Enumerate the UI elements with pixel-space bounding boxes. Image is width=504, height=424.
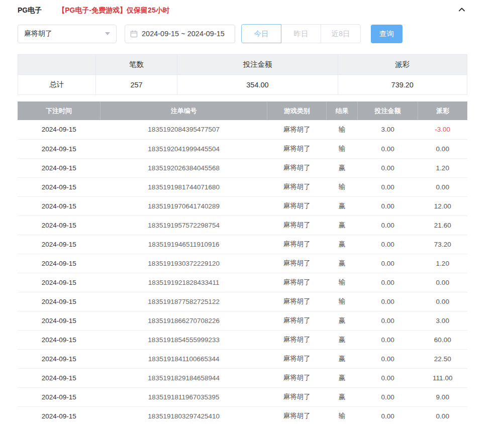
order-id-cell: 1835191811967035395 (100, 387, 267, 406)
game-select-value: 麻将胡了 (24, 29, 52, 38)
bet-amount-cell: 0.00 (358, 349, 418, 368)
query-button[interactable]: 查询 (371, 25, 402, 43)
bet-amount-cell: 0.00 (358, 292, 418, 311)
game-type-cell: 麻将胡了 (267, 311, 327, 330)
quick-btn-yesterday[interactable]: 昨日 (281, 24, 321, 43)
result-cell: 赢 (327, 216, 358, 235)
payout-cell: 1.20 (418, 158, 467, 177)
bet-amount-cell: 0.00 (358, 273, 418, 292)
order-id-cell: 1835191854555999233 (100, 330, 267, 349)
game-type-cell: 麻将胡了 (267, 139, 327, 158)
result-cell: 赢 (327, 235, 358, 254)
bet-amount-cell: 0.00 (358, 330, 418, 349)
bet-amount-cell: 3.00 (358, 120, 418, 139)
result-cell: 赢 (327, 196, 358, 216)
payout-cell: 60.00 (418, 330, 467, 349)
panel-header: PG电子 【PG电子-免费游戏】仅保留25小时 (18, 4, 467, 17)
order-id-cell: 1835192084395477507 (100, 120, 267, 139)
bet-amount-cell: 0.00 (358, 387, 418, 406)
game-type-cell: 麻将胡了 (267, 120, 327, 139)
header-result: 结果 (327, 101, 358, 120)
bet-date-cell: 2024-09-15 (18, 349, 100, 368)
result-cell: 赢 (327, 387, 358, 406)
result-cell: 输 (327, 177, 358, 196)
bet-table: 下注时间 注单编号 游戏类别 结果 投注金额 派彩 2024-09-15 183… (18, 101, 467, 424)
payout-cell: 0.00 (418, 139, 467, 158)
order-id-cell: 1835191930372229120 (100, 254, 267, 273)
game-type-cell: 麻将胡了 (267, 406, 327, 424)
chevron-down-icon (105, 32, 110, 35)
table-row: 2024-09-15 1835192026384045568 麻将胡了 赢 0.… (18, 158, 467, 177)
bet-amount-cell: 0.00 (358, 406, 418, 424)
table-row: 2024-09-15 1835191854555999233 麻将胡了 赢 0.… (18, 330, 467, 349)
payout-cell: 0.00 (418, 292, 467, 311)
date-range-input[interactable]: 2024-09-15 ~ 2024-09-15 (125, 25, 235, 43)
title-group: PG电子 【PG电子-免费游戏】仅保留25小时 (18, 6, 170, 15)
bet-date-cell: 2024-09-15 (18, 235, 100, 254)
header-payout: 派彩 (418, 101, 467, 120)
payout-cell: 0.00 (418, 177, 467, 196)
bet-amount-cell: 0.00 (358, 158, 418, 177)
bet-amount-cell: 0.00 (358, 177, 418, 196)
table-row: 2024-09-15 1835191841100665344 麻将胡了 赢 0.… (18, 349, 467, 368)
payout-cell: 111.00 (418, 368, 467, 387)
order-id-cell: 1835191946511910916 (100, 235, 267, 254)
header-game-type: 游戏类别 (267, 101, 327, 120)
order-id-cell: 1835192041999445504 (100, 139, 267, 158)
quick-btn-today[interactable]: 今日 (241, 24, 281, 43)
payout-cell: -3.00 (418, 120, 467, 139)
order-id-cell: 1835191866270708226 (100, 311, 267, 330)
summary-table: 笔数 投注金额 派彩 总计 257 354.00 739.20 (18, 54, 467, 95)
table-row: 2024-09-15 1835191946511910916 麻将胡了 赢 0.… (18, 235, 467, 254)
order-id-cell: 1835191803297425410 (100, 406, 267, 424)
bet-amount-cell: 0.00 (358, 139, 418, 158)
collapse-panel-button[interactable] (456, 4, 467, 17)
game-type-cell: 麻将胡了 (267, 349, 327, 368)
game-type-cell: 麻将胡了 (267, 273, 327, 292)
payout-cell: 21.60 (418, 216, 467, 235)
summary-count-value: 257 (95, 75, 177, 95)
order-id-cell: 1835191981744071680 (100, 177, 267, 196)
summary-bet-amount-value: 354.00 (177, 75, 338, 95)
bet-amount-cell: 0.00 (358, 235, 418, 254)
table-row: 2024-09-15 1835191877582725122 麻将胡了 输 0.… (18, 292, 467, 311)
bet-amount-cell: 0.00 (358, 311, 418, 330)
quick-btn-last8days[interactable]: 近8日 (321, 24, 361, 43)
result-cell: 赢 (327, 158, 358, 177)
game-type-cell: 麻将胡了 (267, 368, 327, 387)
game-type-cell: 麻将胡了 (267, 235, 327, 254)
table-row: 2024-09-15 1835191811967035395 麻将胡了 赢 0.… (18, 387, 467, 406)
payout-cell: 22.50 (418, 349, 467, 368)
payout-cell: 73.20 (418, 235, 467, 254)
bet-amount-cell: 0.00 (358, 196, 418, 216)
game-select[interactable]: 麻将胡了 (18, 25, 117, 43)
bet-table-body: 2024-09-15 1835192084395477507 麻将胡了 输 3.… (18, 120, 467, 424)
order-id-cell: 1835191970641740289 (100, 196, 267, 216)
game-type-cell: 麻将胡了 (267, 196, 327, 216)
result-cell: 赢 (327, 349, 358, 368)
chevron-up-icon (457, 5, 466, 16)
bet-date-cell: 2024-09-15 (18, 158, 100, 177)
table-row: 2024-09-15 1835191981744071680 麻将胡了 输 0.… (18, 177, 467, 196)
result-cell: 赢 (327, 311, 358, 330)
header-bet-amount: 投注金额 (358, 101, 418, 120)
table-row: 2024-09-15 1835192041999445504 麻将胡了 输 0.… (18, 139, 467, 158)
bet-date-cell: 2024-09-15 (18, 139, 100, 158)
game-type-cell: 麻将胡了 (267, 292, 327, 311)
result-cell: 赢 (327, 368, 358, 387)
summary-total-row: 总计 257 354.00 739.20 (18, 75, 467, 95)
order-id-cell: 1835191921828433411 (100, 273, 267, 292)
table-row: 2024-09-15 1835191930372229120 麻将胡了 赢 0.… (18, 254, 467, 273)
summary-header-payout: 派彩 (338, 55, 467, 75)
calendar-icon (130, 30, 138, 38)
summary-total-label: 总计 (18, 75, 96, 95)
bet-date-cell: 2024-09-15 (18, 292, 100, 311)
bet-date-cell: 2024-09-15 (18, 368, 100, 387)
result-cell: 输 (327, 120, 358, 139)
result-cell: 赢 (327, 254, 358, 273)
bet-date-cell: 2024-09-15 (18, 177, 100, 196)
bet-date-cell: 2024-09-15 (18, 254, 100, 273)
bet-amount-cell: 0.00 (358, 216, 418, 235)
payout-cell: 0.00 (418, 406, 467, 424)
result-cell: 输 (327, 406, 358, 424)
